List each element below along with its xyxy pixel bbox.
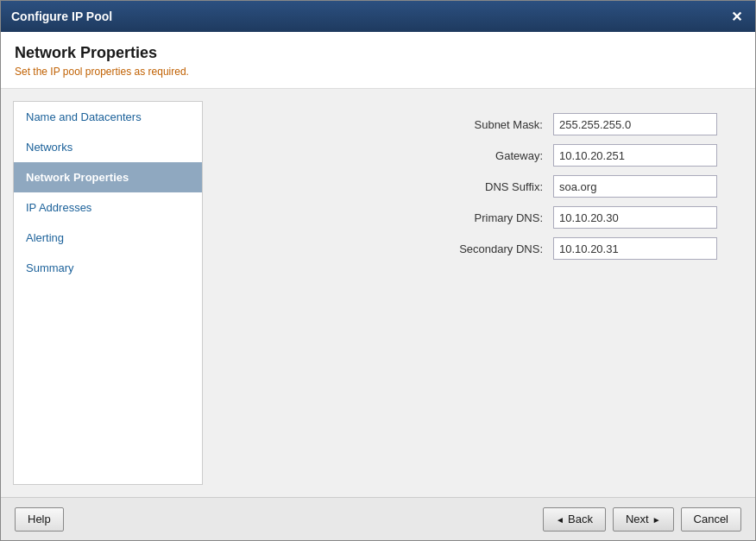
sidebar-item-networks[interactable]: Networks — [14, 132, 202, 162]
back-label: Back — [568, 513, 593, 525]
label-primary-dns: Primary DNS: — [220, 211, 543, 224]
label-secondary-dns: Secondary DNS: — [220, 242, 543, 255]
close-button[interactable]: ✕ — [728, 8, 745, 25]
cancel-button[interactable]: Cancel — [681, 507, 741, 532]
sidebar: Name and DatacentersNetworksNetwork Prop… — [13, 101, 203, 485]
help-button[interactable]: Help — [15, 507, 64, 532]
chevron-right-icon — [652, 513, 661, 525]
dialog: Configure IP Pool ✕ Network Properties S… — [0, 0, 756, 541]
header-section: Network Properties Set the IP pool prope… — [1, 32, 755, 89]
dialog-title: Configure IP Pool — [11, 9, 112, 23]
footer: Help Back Next Cancel — [1, 497, 755, 540]
footer-right: Back Next Cancel — [543, 507, 741, 532]
page-title: Network Properties — [15, 44, 741, 62]
label-gateway: Gateway: — [220, 149, 543, 162]
chevron-left-icon — [556, 513, 564, 525]
sidebar-item-ip-addresses[interactable]: IP Addresses — [14, 192, 202, 223]
form-grid: Subnet Mask:Gateway:DNS Suffix:Primary D… — [220, 113, 726, 260]
page-subtitle: Set the IP pool properties as required. — [15, 66, 741, 78]
title-bar: Configure IP Pool ✕ — [1, 1, 755, 32]
input-dns-suffix[interactable] — [553, 175, 717, 198]
input-subnet-mask[interactable] — [553, 113, 717, 135]
back-button[interactable]: Back — [543, 507, 606, 532]
main-panel: Subnet Mask:Gateway:DNS Suffix:Primary D… — [203, 101, 743, 485]
sidebar-item-alerting[interactable]: Alerting — [14, 223, 202, 253]
input-gateway[interactable] — [553, 144, 717, 167]
sidebar-item-name-datacenters[interactable]: Name and Datacenters — [14, 102, 202, 132]
label-subnet-mask: Subnet Mask: — [220, 118, 543, 131]
content-area: Name and DatacentersNetworksNetwork Prop… — [1, 89, 755, 497]
next-button[interactable]: Next — [613, 507, 674, 532]
sidebar-item-network-properties[interactable]: Network Properties — [14, 162, 202, 192]
sidebar-item-summary[interactable]: Summary — [14, 253, 202, 283]
footer-left: Help — [15, 507, 64, 532]
label-dns-suffix: DNS Suffix: — [220, 180, 543, 193]
input-secondary-dns[interactable] — [553, 237, 717, 260]
input-primary-dns[interactable] — [553, 206, 717, 229]
next-label: Next — [626, 513, 649, 525]
